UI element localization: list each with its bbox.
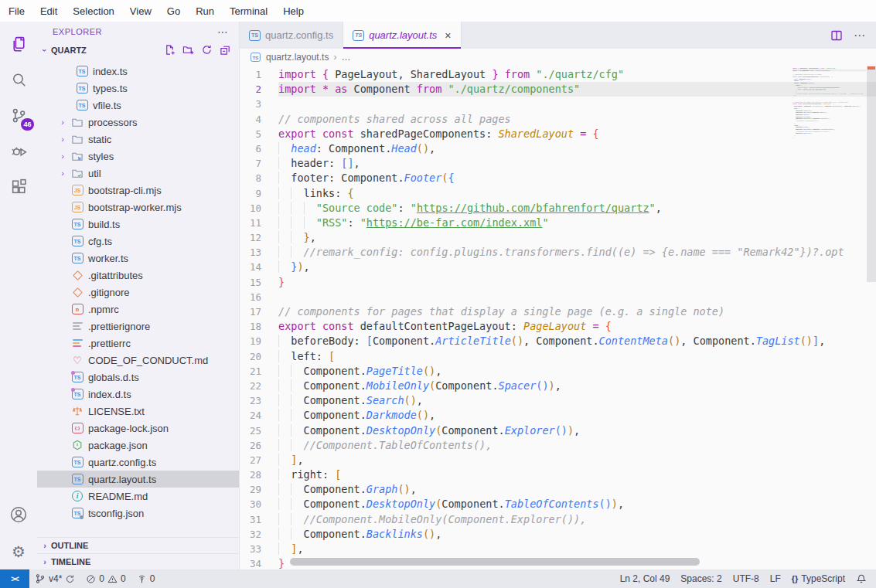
cursor-position[interactable]: Ln 2, Col 49: [615, 569, 676, 588]
file-row-cfg-ts[interactable]: TScfg.ts: [37, 233, 239, 250]
dts-icon: TS: [71, 388, 84, 400]
remote-indicator[interactable]: ><: [0, 569, 29, 588]
activity-settings[interactable]: ⚙: [0, 534, 37, 569]
activity-account[interactable]: [0, 498, 37, 534]
code-line: header: [],: [278, 156, 876, 171]
section-outline[interactable]: › OUTLINE: [37, 537, 239, 553]
prettier-gray-icon: [71, 320, 84, 332]
warnings-icon: [107, 574, 118, 584]
line-number: 17: [240, 304, 261, 319]
vertical-scrollbar[interactable]: [867, 66, 876, 282]
file-row-worker-ts[interactable]: TSworker.ts: [37, 250, 239, 267]
horizontal-scrollbar[interactable]: [290, 558, 700, 566]
refresh-icon[interactable]: [201, 44, 213, 57]
activity-search[interactable]: [0, 63, 37, 99]
more-actions-icon[interactable]: ⋯: [854, 29, 865, 42]
menu-run[interactable]: Run: [188, 3, 222, 19]
menu-help[interactable]: Help: [275, 3, 312, 19]
file-label: globals.d.ts: [88, 372, 139, 383]
branch-status[interactable]: v4*: [29, 569, 80, 588]
ts-icon: TS: [76, 99, 88, 111]
file-row--prettierignore[interactable]: .prettierignore: [37, 318, 239, 335]
file-row-index-ts[interactable]: TSindex.ts: [37, 63, 239, 80]
line-number: 28: [240, 467, 261, 482]
new-file-icon[interactable]: [164, 44, 176, 57]
ts-icon: TS: [71, 235, 84, 247]
menu-selection[interactable]: Selection: [65, 3, 121, 19]
indentation[interactable]: Spaces: 2: [675, 569, 727, 588]
file-row-types-ts[interactable]: TStypes.ts: [37, 80, 239, 97]
problems-status[interactable]: 0 0: [80, 569, 131, 588]
file-row-code-of-conduct-md[interactable]: ♡CODE_OF_CONDUCT.md: [37, 352, 239, 369]
notifications[interactable]: [850, 569, 876, 588]
eol-sequence[interactable]: LF: [765, 569, 786, 588]
new-folder-icon[interactable]: [182, 44, 194, 57]
code-line: // components shared across all pages: [278, 112, 876, 127]
vscode-window: FileEditSelectionViewGoRunTerminalHelp 4…: [0, 0, 876, 588]
file-row-license-txt[interactable]: LICENSE.txt: [37, 403, 239, 420]
file-row-styles[interactable]: ›styles: [37, 148, 239, 165]
file-row-quartz-layout-ts[interactable]: TSquartz.layout.ts: [37, 471, 239, 488]
source-control-badge: 46: [21, 118, 34, 131]
split-editor-icon[interactable]: [830, 29, 843, 42]
close-icon[interactable]: ×: [445, 30, 451, 41]
section-timeline[interactable]: › TIMELINE: [37, 553, 239, 569]
code-editor[interactable]: 1234567891011121314151617181920212223242…: [240, 66, 876, 569]
debug-icon: [9, 141, 29, 164]
file-row-bootstrap-worker-mjs[interactable]: JSbootstrap-worker.mjs: [37, 199, 239, 216]
breadcrumb-file: quartz.layout.ts: [266, 52, 329, 63]
menu-file[interactable]: File: [1, 3, 32, 19]
encoding[interactable]: UTF-8: [728, 569, 765, 588]
menu-terminal[interactable]: Terminal: [222, 3, 275, 19]
file-row-bootstrap-cli-mjs[interactable]: JSbootstrap-cli.mjs: [37, 182, 239, 199]
file-label: bootstrap-worker.mjs: [88, 202, 182, 213]
file-row--gitignore[interactable]: .gitignore: [37, 284, 239, 301]
file-label: tsconfig.json: [88, 508, 144, 519]
file-row--npmrc[interactable]: n.npmrc: [37, 301, 239, 318]
collapse-all-icon[interactable]: [220, 44, 231, 57]
file-row-index-d-ts[interactable]: TSindex.d.ts: [37, 386, 239, 403]
activity-run-debug[interactable]: [0, 134, 37, 170]
file-row-vfile-ts[interactable]: TSvfile.ts: [37, 97, 239, 114]
tab-quartz-config[interactable]: TS quartz.config.ts: [240, 22, 343, 49]
file-row-package-json[interactable]: package.json: [37, 437, 239, 454]
line-number: 25: [240, 423, 261, 438]
file-row-util[interactable]: ›util: [37, 165, 239, 182]
tab-quartz-layout[interactable]: TS quartz.layout.ts ×: [343, 22, 461, 49]
file-row-readme-md[interactable]: iREADME.md: [37, 488, 239, 505]
menu-view[interactable]: View: [122, 3, 159, 19]
file-label: package.json: [88, 440, 148, 451]
line-number: 27: [240, 453, 261, 467]
file-row-build-ts[interactable]: TSbuild.ts: [37, 216, 239, 233]
section-quartz-label: QUARTZ: [51, 46, 87, 55]
activity-source-control[interactable]: 46: [0, 99, 37, 134]
activity-explorer[interactable]: [0, 28, 37, 63]
ports-status[interactable]: 0: [131, 569, 161, 588]
file-row-static[interactable]: ›static: [37, 131, 239, 148]
file-row--gitattributes[interactable]: .gitattributes: [37, 267, 239, 284]
explorer-more-actions-icon[interactable]: ⋯: [217, 26, 228, 37]
prettier-icon: [71, 337, 84, 349]
code-line: Component.PageTitle(),: [278, 364, 876, 379]
typescript-file-icon: TS: [249, 30, 261, 41]
ts-icon: TS: [71, 252, 84, 264]
heart-icon: ♡: [71, 354, 84, 366]
file-label: quartz.layout.ts: [88, 474, 156, 485]
language-mode[interactable]: {} TypeScript: [786, 569, 850, 588]
line-numbers-gutter: 1234567891011121314151617181920212223242…: [240, 66, 278, 569]
file-row-package-lock-json[interactable]: {;}package-lock.json: [37, 420, 239, 437]
menu-edit[interactable]: Edit: [32, 3, 65, 19]
code-line: [278, 97, 876, 111]
file-row-tsconfig-json[interactable]: TStsconfig.json: [37, 505, 239, 522]
menu-go[interactable]: Go: [159, 3, 188, 19]
file-row-processors[interactable]: ›processors: [37, 114, 239, 131]
radio-tower-icon: [137, 574, 147, 584]
file-row--prettierrc[interactable]: .prettierrc: [37, 335, 239, 352]
file-row-quartz-config-ts[interactable]: TSquartz.config.ts: [37, 454, 239, 471]
section-quartz[interactable]: › QUARTZ: [37, 42, 239, 59]
file-label: package-lock.json: [88, 423, 169, 434]
activity-extensions[interactable]: [0, 170, 37, 206]
breadcrumb[interactable]: TS quartz.layout.ts › …: [240, 49, 876, 66]
code-area: import { PageLayout, SharedLayout } from…: [278, 66, 876, 569]
file-row-globals-d-ts[interactable]: TSglobals.d.ts: [37, 369, 239, 386]
